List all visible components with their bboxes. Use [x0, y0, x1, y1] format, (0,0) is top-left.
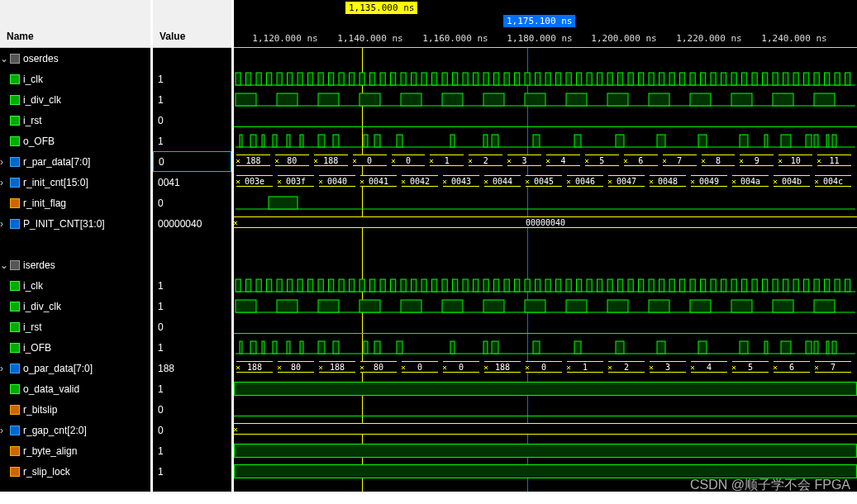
waveform-row[interactable] — [234, 69, 857, 89]
svg-rect-121 — [380, 279, 385, 292]
signal-icon — [10, 405, 20, 415]
svg-rect-164 — [825, 279, 830, 292]
signal-name: r_par_data[7:0] — [23, 156, 90, 168]
cursor-main-label[interactable]: 1,135.000 ns — [345, 2, 417, 14]
signal-row[interactable]: ›r_gap_cnt[2:0] — [0, 420, 150, 440]
waveform-row[interactable] — [234, 440, 857, 461]
expander-icon[interactable]: ⌄ — [0, 53, 8, 64]
svg-rect-162 — [804, 279, 809, 292]
svg-rect-180 — [731, 300, 752, 312]
waveform-row[interactable]: 003e003f00400041004200430044004500460047… — [234, 172, 857, 193]
signal-value[interactable]: 0 — [153, 399, 231, 420]
waveform-row[interactable] — [234, 420, 857, 440]
svg-rect-170 — [318, 300, 339, 312]
svg-rect-197 — [492, 341, 498, 354]
svg-rect-173 — [442, 300, 463, 312]
signal-icon — [10, 343, 20, 353]
expander-icon[interactable]: › — [0, 425, 8, 436]
signal-value[interactable]: 1 — [153, 275, 231, 296]
cursor-secondary-label[interactable]: 1,175.100 ns — [503, 15, 575, 27]
signal-row[interactable]: i_OFB — [0, 337, 150, 358]
expander-icon[interactable]: ⌄ — [0, 259, 8, 271]
waveform-row[interactable]: 00000040 — [234, 213, 857, 234]
svg-rect-32 — [556, 73, 561, 85]
value-column: Value 110100041000000040110118810011 — [153, 0, 234, 492]
waveform-row[interactable]: 18880188001234567891011 — [234, 151, 857, 172]
signal-icon — [10, 446, 20, 456]
waveform-row[interactable] — [234, 296, 857, 316]
signal-row[interactable]: ›o_par_data[7:0] — [0, 358, 150, 378]
group-row[interactable]: ⌄iserdes — [0, 254, 150, 275]
waveform-row[interactable] — [234, 193, 857, 213]
signal-value[interactable]: 1 — [153, 378, 231, 399]
signal-row[interactable]: ›r_init_cnt[15:0] — [0, 172, 150, 193]
signal-value[interactable]: 0 — [153, 151, 231, 172]
svg-rect-177 — [607, 300, 628, 312]
svg-rect-140 — [577, 279, 582, 292]
signal-value[interactable]: 1 — [153, 131, 231, 151]
signal-value[interactable]: 1 — [153, 296, 231, 316]
svg-rect-53 — [773, 73, 778, 85]
signal-row[interactable]: r_init_flag — [0, 193, 150, 213]
waveform-row[interactable] — [234, 378, 857, 399]
signal-row[interactable]: o_OFB — [0, 131, 150, 151]
svg-rect-151 — [690, 279, 695, 292]
waveform-row[interactable] — [234, 89, 857, 110]
signal-value[interactable]: 1 — [153, 69, 231, 89]
waveform-row[interactable] — [234, 131, 857, 151]
signal-row[interactable]: i_div_clk — [0, 89, 150, 110]
signal-row[interactable]: i_div_clk — [0, 296, 150, 316]
svg-rect-34 — [577, 73, 582, 85]
signal-value[interactable]: 0 — [153, 193, 231, 213]
signal-value[interactable] — [153, 234, 231, 254]
svg-rect-56 — [804, 73, 809, 85]
signal-value[interactable]: 00000040 — [153, 213, 231, 234]
signal-value[interactable]: 0 — [153, 420, 231, 440]
signal-value[interactable] — [153, 254, 231, 275]
signal-row[interactable]: r_slip_lock — [0, 461, 150, 482]
waveform-area[interactable]: 1,135.000 ns 1,175.100 ns 1,120.000 ns1,… — [234, 0, 857, 492]
signal-value[interactable]: 0 — [153, 110, 231, 131]
expander-icon[interactable]: › — [0, 156, 8, 168]
svg-rect-79 — [250, 135, 256, 147]
waveform-row[interactable] — [234, 110, 857, 131]
signal-value[interactable]: 1 — [153, 440, 231, 461]
signal-value[interactable]: 188 — [153, 358, 231, 378]
signal-row[interactable]: ›P_INIT_CNT[31:0] — [0, 213, 150, 234]
signal-row[interactable]: r_bitslip — [0, 399, 150, 420]
expander-icon[interactable]: › — [0, 177, 8, 188]
signal-row[interactable]: i_rst — [0, 316, 150, 337]
waveform-row[interactable] — [234, 275, 857, 296]
time-ruler[interactable]: 1,135.000 ns 1,175.100 ns 1,120.000 ns1,… — [234, 0, 857, 48]
svg-rect-150 — [680, 279, 685, 292]
waveform-row[interactable] — [234, 316, 857, 337]
signal-icon — [10, 116, 20, 126]
waveform-row[interactable]: 18880188800018801234567 — [234, 358, 857, 378]
svg-rect-172 — [401, 300, 421, 312]
signal-row[interactable]: r_byte_align — [0, 440, 150, 461]
signal-row[interactable]: i_clk — [0, 69, 150, 89]
signal-value[interactable]: 1 — [153, 89, 231, 110]
svg-rect-107 — [236, 279, 240, 292]
expander-icon[interactable]: › — [0, 218, 8, 230]
signal-row[interactable]: i_rst — [0, 110, 150, 131]
svg-rect-144 — [618, 279, 623, 292]
signal-value[interactable]: 0041 — [153, 172, 231, 193]
signal-row[interactable] — [0, 234, 150, 254]
waveform-row[interactable] — [234, 399, 857, 420]
signal-value[interactable]: 0 — [153, 316, 231, 337]
signal-value[interactable]: 1 — [153, 461, 231, 482]
signal-row[interactable]: o_data_valid — [0, 378, 150, 399]
group-row[interactable]: ⌄oserdes — [0, 48, 150, 69]
svg-rect-29 — [525, 73, 530, 85]
waveform-row[interactable] — [234, 337, 857, 358]
svg-rect-50 — [742, 73, 747, 85]
signal-value[interactable]: 1 — [153, 337, 231, 358]
svg-rect-134 — [515, 279, 520, 292]
expander-icon[interactable]: › — [0, 363, 8, 374]
svg-rect-189 — [300, 341, 303, 354]
signal-value[interactable] — [153, 48, 231, 69]
signal-row[interactable]: i_clk — [0, 275, 150, 296]
svg-rect-66 — [401, 93, 421, 106]
signal-row[interactable]: ›r_par_data[7:0] — [0, 151, 150, 172]
